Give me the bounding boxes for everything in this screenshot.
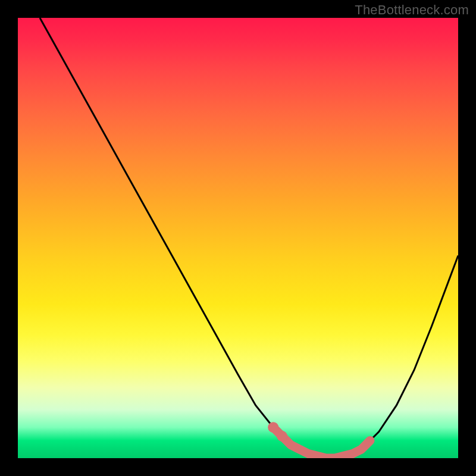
chart-svg [18, 18, 458, 458]
bottleneck-curve [40, 18, 458, 458]
highlight-dot [277, 431, 287, 441]
chart-plot-area [18, 18, 458, 458]
frame: TheBottleneck.com [0, 0, 476, 476]
watermark-text: TheBottleneck.com [355, 2, 469, 18]
highlight-markers [268, 422, 370, 458]
highlight-stroke [273, 427, 370, 458]
highlight-dot [268, 422, 278, 433]
